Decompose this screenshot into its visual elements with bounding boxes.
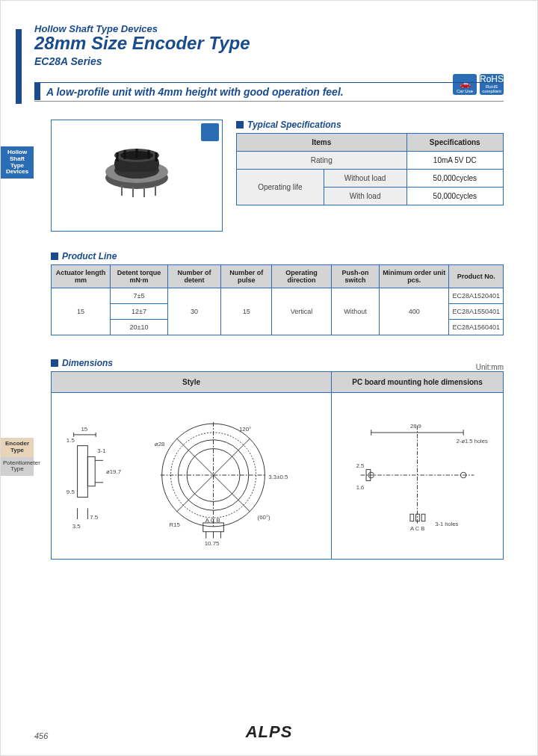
- product-line-block: Product Line Actuator length mm Detent t…: [51, 251, 504, 335]
- typical-spec-block: Typical Specifications Items Specificati…: [236, 120, 504, 232]
- col-prodno: Product No.: [449, 265, 504, 288]
- svg-text:ø19.7: ø19.7: [106, 468, 121, 475]
- svg-rect-57: [421, 514, 425, 521]
- tagline-bar: A low-profile unit with 4mm height with …: [34, 82, 504, 102]
- spec-row-value: 10mA 5V DC: [406, 152, 503, 170]
- side-tab-encoder: Encoder Type: [1, 438, 34, 457]
- svg-rect-56: [416, 514, 420, 521]
- cell-prodno: EC28A1550401: [449, 304, 504, 320]
- col-opdir: Operating direction: [272, 265, 331, 288]
- dimension-drawing-pcb: 28.9 2-ø1.5 holes 2.5 1.6 A C B 3-1 hole…: [339, 400, 495, 550]
- svg-text:7.5: 7.5: [90, 514, 99, 521]
- section-title-spec: Typical Specifications: [236, 120, 504, 130]
- svg-text:(60°): (60°): [258, 514, 271, 521]
- svg-text:2.5: 2.5: [356, 463, 365, 470]
- svg-rect-32: [203, 523, 224, 532]
- cell-torque: 20±10: [111, 320, 168, 335]
- spec-table: Items Specifications Rating 10mA 5V DC O…: [236, 133, 504, 205]
- svg-text:10.75: 10.75: [205, 540, 220, 547]
- svg-text:28.9: 28.9: [410, 423, 421, 430]
- dim-header-style: Style: [52, 372, 332, 393]
- header-accent-bar: [16, 29, 22, 104]
- brand-logo: ALPS: [246, 722, 293, 741]
- spec-header-spec: Specifications: [406, 134, 503, 152]
- svg-text:2-ø1.5 holes: 2-ø1.5 holes: [457, 438, 488, 444]
- cell-torque: 7±5: [111, 288, 168, 304]
- section-title-dimensions: Dimensions: [51, 358, 113, 368]
- spec-row-sublabel: With load: [324, 188, 406, 205]
- side-tab-potentiometer: Potentiometer Type: [1, 457, 34, 477]
- svg-text:1.5: 1.5: [67, 437, 75, 444]
- dimensions-block: Dimensions Unit:mm Style PC board mounti…: [51, 358, 504, 560]
- col-torque: Detent torque mN·m: [111, 265, 168, 288]
- dim-header-pcb: PC board mounting hole dimensions: [332, 372, 504, 393]
- dimensions-unit: Unit:mm: [476, 363, 504, 371]
- dim-pcb-cell: 28.9 2-ø1.5 holes 2.5 1.6 A C B 3-1 hole…: [332, 393, 504, 560]
- col-pushon: Push-on switch: [331, 265, 379, 288]
- svg-text:ø28: ø28: [155, 441, 165, 447]
- spec-row-sublabel: Without load: [324, 170, 406, 188]
- spec-header-items: Items: [237, 134, 407, 152]
- col-actuator: Actuator length mm: [52, 265, 111, 288]
- svg-text:3-1 holes: 3-1 holes: [435, 521, 458, 527]
- side-tab-hollow-shaft: Hollow Shaft Type Devices: [1, 146, 34, 179]
- cell-prodno: EC28A1560401: [449, 320, 504, 335]
- col-npulse: Number of pulse: [220, 265, 271, 288]
- section-title-prodline: Product Line: [51, 251, 504, 261]
- tagline-text: A low-profile unit with 4mm height with …: [34, 83, 504, 101]
- svg-rect-55: [410, 514, 414, 521]
- footer: ALPS: [1, 722, 537, 742]
- dimensions-table: Style PC board mounting hole dimensions: [51, 371, 504, 560]
- col-ndetent: Number of detent: [168, 265, 221, 288]
- header-series: EC28A Series: [34, 55, 504, 67]
- cell-torque: 12±7: [111, 304, 168, 320]
- svg-text:A C B: A C B: [410, 525, 424, 532]
- col-minorder: Minimum order unit pcs.: [380, 265, 449, 288]
- spec-row-value: 50,000cycles: [406, 170, 503, 188]
- svg-text:15: 15: [81, 426, 88, 433]
- svg-text:R15: R15: [170, 521, 181, 528]
- cell-opdir: Vertical: [272, 288, 331, 335]
- svg-text:1.6: 1.6: [356, 484, 365, 491]
- svg-text:3.5: 3.5: [72, 523, 81, 530]
- svg-text:120°: 120°: [239, 426, 251, 433]
- cell-prodno: EC28A1520401: [449, 288, 504, 304]
- spec-row-label: Operating life: [237, 170, 324, 205]
- dim-style-cell: 15 1.5 3-1 9.5 7.5 3.5 ø19.7 ø28 R15 120…: [52, 393, 332, 560]
- header-title: 28mm Size Encoder Type: [34, 33, 504, 54]
- svg-rect-15: [78, 446, 88, 498]
- spec-row-label: Rating: [237, 152, 407, 170]
- cell-actuator: 15: [52, 288, 111, 335]
- svg-text:3-1: 3-1: [97, 447, 105, 454]
- product-line-table: Actuator length mm Detent torque mN·m Nu…: [51, 264, 504, 335]
- cert-badge-icon: [201, 123, 219, 141]
- svg-text:9.5: 9.5: [67, 489, 75, 495]
- svg-text:A C B: A C B: [205, 517, 220, 524]
- dimension-drawing-style: 15 1.5 3-1 9.5 7.5 3.5 ø19.7 ø28 R15 120…: [59, 400, 324, 550]
- cell-minorder: 400: [380, 288, 449, 335]
- svg-text:3.3±0.5: 3.3±0.5: [268, 474, 288, 480]
- product-image-box: [51, 120, 223, 232]
- spec-row-value: 50,000cycles: [406, 188, 503, 205]
- cell-ndetent: 30: [168, 288, 221, 335]
- tagline-accent: [34, 82, 40, 100]
- cell-pushon: Without: [331, 288, 379, 335]
- side-tab-group: Encoder Type Potentiometer Type: [1, 438, 34, 476]
- svg-rect-16: [87, 456, 95, 486]
- product-image: [92, 142, 182, 209]
- cell-npulse: 15: [220, 288, 271, 335]
